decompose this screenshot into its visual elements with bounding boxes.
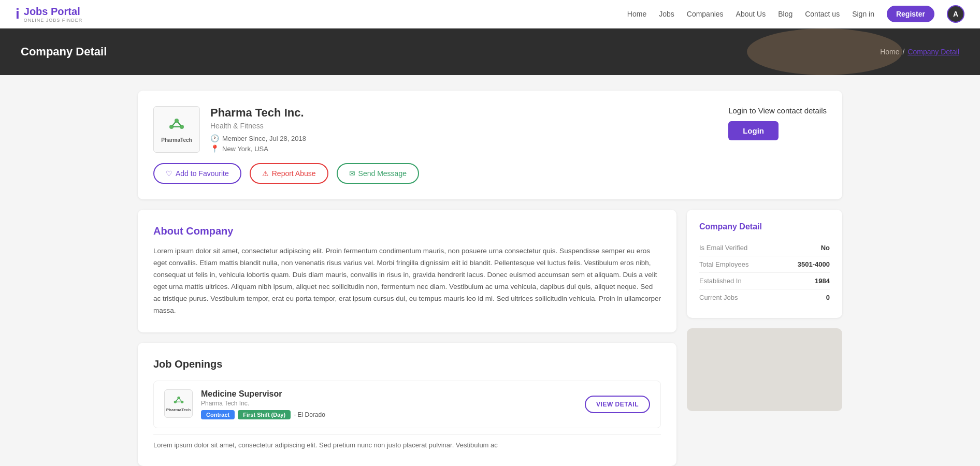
about-card: About Company Lorem ipsum dolor sit amet… [138, 210, 676, 332]
svg-point-6 [175, 119, 178, 122]
job-logo-svg [170, 395, 187, 407]
nav-links: Home Jobs Companies About Us Blog Contac… [627, 5, 964, 23]
detail-row: Total Employees3501-4000 [699, 256, 830, 273]
login-section: Login to View contact details Login [728, 106, 827, 140]
login-prompt: Login to View contact details [728, 106, 827, 115]
avatar[interactable]: A [947, 5, 964, 23]
email-icon: ✉ [349, 169, 355, 178]
company-member-since: 🕐 Member Since, Jul 28, 2018 [210, 134, 306, 142]
hero-banner: Company Detail Home / Company Detail [0, 28, 980, 75]
nav-contact[interactable]: Contact us [805, 10, 840, 18]
svg-point-15 [178, 397, 180, 399]
detail-value: 0 [826, 294, 830, 301]
company-logo-label: PharmaTech [161, 137, 192, 143]
signin-link[interactable]: Sign in [852, 10, 874, 18]
col-sidebar: Company Detail Is Email VerifiedNoTotal … [687, 210, 842, 411]
job-logo-label: PharmaTech [166, 407, 191, 412]
job-title: Medicine Supervisor [201, 389, 577, 399]
breadcrumb: Home / Company Detail [880, 48, 959, 56]
company-location: 📍 New York, USA [210, 144, 306, 153]
about-text: Lorem ipsum dolor sit amet, consectetur … [153, 245, 661, 317]
logo-text-main: Jobs Portal [24, 6, 80, 17]
detail-rows: Is Email VerifiedNoTotal Employees3501-4… [699, 240, 830, 305]
hero-title: Company Detail [21, 45, 107, 59]
logo-text-sub: ONLINE JOBS FINDER [24, 18, 83, 23]
job-info: Medicine Supervisor Pharma Tech Inc. Con… [201, 389, 577, 419]
warning-icon: ⚠ [262, 169, 269, 178]
nav-blog[interactable]: Blog [778, 10, 792, 18]
job-location: - El Dorado [294, 411, 325, 418]
job-tags: Contract First Shift (Day) - El Dorado [201, 410, 577, 419]
detail-value: 3501-4000 [798, 260, 830, 268]
detail-label: Total Employees [699, 260, 748, 268]
svg-point-8 [180, 125, 183, 128]
company-detail-title: Company Detail [699, 222, 830, 231]
detail-value: 1984 [815, 277, 830, 285]
location-icon: 📍 [210, 144, 219, 153]
detail-value: No [821, 244, 830, 252]
detail-row: Current Jobs0 [699, 289, 830, 305]
nav-home[interactable]: Home [627, 10, 646, 18]
nav-jobs[interactable]: Jobs [659, 10, 674, 18]
heart-icon: ♡ [166, 169, 172, 178]
job-tag-contract: Contract [201, 410, 235, 419]
svg-point-17 [181, 401, 183, 403]
company-detail-card: Company Detail Is Email VerifiedNoTotal … [687, 210, 842, 318]
nav-companies[interactable]: Companies [687, 10, 724, 18]
report-abuse-button[interactable]: ⚠ Report Abuse [250, 163, 328, 184]
job-tag-shift: First Shift (Day) [238, 410, 291, 419]
detail-label: Established In [699, 277, 742, 285]
send-message-button[interactable]: ✉ Send Message [337, 163, 419, 184]
job-logo: PharmaTech [164, 389, 193, 418]
company-top: PharmaTech Pharma Tech Inc. Health & Fit… [153, 106, 827, 153]
about-title: About Company [153, 225, 661, 237]
action-buttons: ♡ Add to Favourite ⚠ Report Abuse ✉ Send… [153, 163, 827, 184]
job-description: Lorem ipsum dolor sit amet, consectetur … [153, 434, 661, 451]
company-details: Pharma Tech Inc. Health & Fitness 🕐 Memb… [210, 106, 306, 153]
svg-point-16 [174, 401, 176, 403]
add-to-favourite-button[interactable]: ♡ Add to Favourite [153, 163, 241, 184]
register-button[interactable]: Register [887, 6, 934, 22]
company-name: Pharma Tech Inc. [210, 106, 306, 120]
job-item: PharmaTech Medicine Supervisor Pharma Te… [153, 381, 661, 428]
jobs-title: Job Openings [153, 358, 661, 370]
detail-label: Current Jobs [699, 294, 738, 301]
company-category: Health & Fitness [210, 122, 306, 130]
clock-icon: 🕐 [210, 134, 219, 142]
detail-row: Is Email VerifiedNo [699, 240, 830, 256]
breadcrumb-home[interactable]: Home [880, 48, 899, 56]
map-placeholder [687, 328, 842, 411]
breadcrumb-sep: / [903, 48, 905, 56]
job-company: Pharma Tech Inc. [201, 400, 577, 407]
svg-point-7 [170, 125, 173, 128]
jobs-card: Job Openings [138, 343, 676, 466]
nav-about[interactable]: About Us [736, 10, 766, 18]
breadcrumb-active: Company Detail [907, 48, 959, 56]
company-card: PharmaTech Pharma Tech Inc. Health & Fit… [138, 91, 842, 199]
col-main: About Company Lorem ipsum dolor sit amet… [138, 210, 676, 466]
detail-label: Is Email Verified [699, 244, 747, 252]
two-col-layout: About Company Lorem ipsum dolor sit amet… [138, 210, 842, 466]
pharmatech-logo-svg [164, 116, 189, 135]
company-info: PharmaTech Pharma Tech Inc. Health & Fit… [153, 106, 306, 153]
company-meta: 🕐 Member Since, Jul 28, 2018 📍 New York,… [210, 134, 306, 153]
main-content: PharmaTech Pharma Tech Inc. Health & Fit… [127, 75, 853, 466]
logo-icon: i [16, 6, 20, 22]
navbar: i Jobs Portal ONLINE JOBS FINDER Home Jo… [0, 0, 980, 28]
view-detail-button[interactable]: VIEW DETAIL [585, 396, 650, 413]
logo[interactable]: i Jobs Portal ONLINE JOBS FINDER [16, 6, 82, 23]
company-logo: PharmaTech [153, 106, 200, 153]
login-button[interactable]: Login [728, 121, 779, 140]
detail-row: Established In1984 [699, 273, 830, 289]
